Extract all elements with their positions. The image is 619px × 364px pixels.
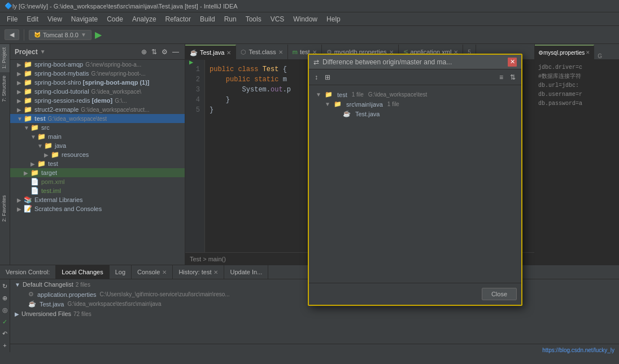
java-file-icon: ☕ [28,300,36,308]
toolbar-sep-1 [24,29,24,41]
menu-edit[interactable]: Edit [22,14,43,24]
tree-item-pom-xml[interactable]: 📄 pom.xml [10,177,185,186]
tree-item-src[interactable]: ▼ 📁 src [10,123,185,132]
sidebar-tab-favorites[interactable]: 2: Favorites [0,192,8,225]
history-close-btn[interactable]: ✕ [213,269,218,275]
folder-icon: 📁 [334,100,342,108]
iml-file-icon: 📄 [30,187,39,195]
panel-collapse-btn[interactable]: ⇅ [150,48,158,56]
tab-close-btn[interactable]: ✕ [278,49,283,55]
add-btn[interactable]: + [2,341,7,350]
dialog-expand-btn[interactable]: ↕ [312,72,320,82]
menu-refactor[interactable]: Refactor [161,14,195,24]
tree-item-test-dir[interactable]: ▶ 📁 test [10,159,185,168]
tree-item-external-libraries[interactable]: ▶ 📚 External Libraries [10,195,185,204]
tree-item-spring-boot-shiro[interactable]: ▶ 📁 spring-boot-shiro [spring-boot-amqp … [10,78,185,87]
tree-item-resources[interactable]: ▶ 📁 resources [10,150,185,159]
right-editor-panel: ⚙ mysql.properties ✕ G jdbc.driver=c #数据… [534,44,619,265]
window-title: ly [G:\new\ly] - G:\idea_workspace\test\… [12,3,238,10]
diff-btn[interactable]: ◎ [1,305,9,315]
dialog-close-button[interactable]: Close [482,288,517,300]
menu-navigate[interactable]: Navigate [67,14,102,24]
project-panel-header: Project ▼ ⊕ ⇅ ⚙ — [10,44,185,60]
status-link[interactable]: https://blog.csdn.net/lucky_ly [542,347,614,353]
menu-file[interactable]: File [2,14,22,24]
tree-item-struct2-exmaple[interactable]: ▶ 📁 struct2-exmaple G:\idea_workspace\st… [10,105,185,114]
unversioned-header[interactable]: ▶ Unversioned Files 72 files [10,309,619,319]
tree-arrow: ▶ [17,98,24,104]
menu-tools[interactable]: Tools [241,14,266,24]
dialog-settings-btn[interactable]: ≡ [497,72,505,82]
menu-bar: File Edit View Navigate Code Analyze Ref… [0,12,619,26]
tree-item-spring-boot-amqp[interactable]: ▶ 📁 spring-boot-amqp G:\new\spring-boo-a… [10,60,185,69]
dialog-content: ▼ 📁 test 1 file G:\idea_workspace\test ▼… [309,85,521,283]
tab-close-btn[interactable]: ✕ [226,50,231,56]
tree-item-spring-session-redis[interactable]: ▶ 📁 spring-session-redis [demo] G:\... [10,96,185,105]
menu-view[interactable]: View [43,14,67,24]
menu-vcs[interactable]: VCS [266,14,289,24]
menu-run[interactable]: Run [220,14,241,24]
dropdown-icon: ▼ [81,32,86,38]
panel-sync-btn[interactable]: ⊕ [140,48,148,56]
commit-btn[interactable]: ✓ [1,317,8,327]
sidebar-tab-structure[interactable]: 7: Structure [0,72,10,106]
run-marker[interactable]: ▶ [189,60,193,67]
menu-analyze[interactable]: Analyze [128,14,161,24]
right-line-3: db.url=jdbc: [538,81,616,90]
tree-item-main[interactable]: ▼ 📁 main [10,132,185,141]
right-tab-overflow[interactable]: G [594,53,605,59]
refresh-btn[interactable]: ↻ [1,282,8,291]
bottom-tab-update[interactable]: Update In... [224,265,268,279]
run-config-selector[interactable]: 🐱 Tomcat 8.0.0 ▼ [29,30,91,40]
tree-item-spring-cloud-tutorial[interactable]: ▶ 📁 spring-cloud-tutorial G:\idea_worksp… [10,87,185,96]
project-panel: Project ▼ ⊕ ⇅ ⚙ — ▶ 📁 spring-boot-amqp G… [10,44,185,265]
dialog-group-btn[interactable]: ⊞ [322,72,333,82]
dialog-close-btn[interactable]: ✕ [508,58,517,67]
bottom-tab-vcs[interactable]: Version Control: [0,265,56,279]
panel-minimize-btn[interactable]: — [171,48,180,56]
tree-item-test[interactable]: ▼ 📁 test G:\idea_workspace\test [10,114,185,123]
dialog-sort-btn[interactable]: ⇅ [508,72,518,82]
tree-item-spring-boot-mybatis[interactable]: ▶ 📁 spring-boot-mybatis G:\new\spring-bo… [10,69,185,78]
folder-icon: 📁 [24,78,32,86]
menu-code[interactable]: Code [102,14,128,24]
tree-item-test-iml[interactable]: 📄 test.iml [10,186,185,195]
console-close-btn[interactable]: ✕ [162,269,167,275]
folder-icon: 📁 [30,169,39,177]
tree-arrow: ▶ [17,107,24,113]
tomcat-icon: 🐱 [34,32,41,38]
tree-arrow: ▶ [17,89,24,95]
run-button[interactable]: ▶ [94,28,103,41]
favorites-side-tab-container: 2: Favorites [0,192,10,225]
menu-build[interactable]: Build [195,14,220,24]
tree-arrow: ▼ [316,91,322,98]
dialog-tree-test-java[interactable]: ☕ Test.java [313,109,517,119]
bottom-tab-history[interactable]: History: test ✕ [173,265,224,279]
right-tab-mysql[interactable]: ⚙ mysql.properties ✕ [535,45,594,59]
menu-window[interactable]: Window [289,14,322,24]
menu-help[interactable]: Help [322,14,345,24]
bottom-tab-log[interactable]: Log [110,265,132,279]
right-tab-close[interactable]: ✕ [586,50,590,55]
tree-arrow: ▼ [24,125,30,131]
dialog-tree-src-main-java[interactable]: ▼ 📁 src\main\java 1 file [313,99,517,109]
bottom-tab-console[interactable]: Console ✕ [132,265,173,279]
folder-icon: 📁 [24,106,32,113]
tree-item-target[interactable]: ▶ 📁 target [10,168,185,177]
tree-arrow: ▶ [17,206,24,212]
toolbar-back-btn[interactable]: ◀ [5,29,19,40]
tree-item-scratches[interactable]: ▶ 📝 Scratches and Consoles [10,204,185,213]
sidebar-tab-project[interactable]: 1: Project [0,44,10,72]
rollback-btn[interactable]: ↶ [1,329,8,339]
breadcrumb: Test > main() [190,256,226,262]
java-icon: ☕ [190,49,198,56]
expand-btn[interactable]: ⊕ [1,293,8,303]
dialog-tree-test[interactable]: ▼ 📁 test 1 file G:\idea_workspace\test [313,90,517,99]
tree-item-java[interactable]: ▼ 📁 java [10,141,185,150]
tab-test-class[interactable]: ⬡ Test.class ✕ [236,45,287,59]
bottom-tab-local-changes[interactable]: Local Changes [56,265,109,279]
panel-settings-btn[interactable]: ⚙ [160,48,169,56]
tomcat-label: Tomcat 8.0.0 [43,32,79,38]
right-editor-content[interactable]: jdbc.driver=c #数据库连接字符 db.url=jdbc: db.u… [535,60,619,265]
tab-test-java[interactable]: ☕ Test.java ✕ [185,45,236,59]
